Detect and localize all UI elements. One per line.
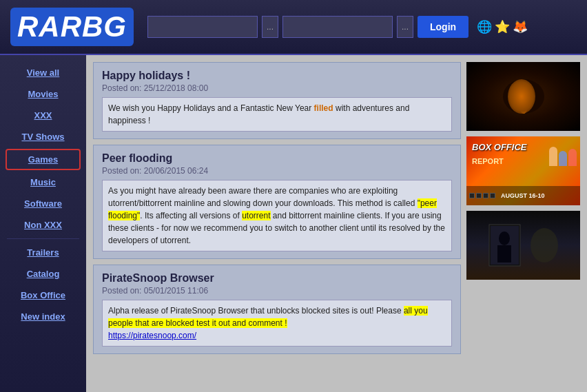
sidebar-item-view-all[interactable]: View all	[0, 62, 86, 83]
person-2	[559, 151, 567, 166]
highlight-filled: filled	[314, 103, 333, 113]
sidebar-item-box-office[interactable]: Box Office	[0, 285, 86, 306]
dark-scene-svg	[482, 218, 565, 273]
article-3-title: PirateSnoop Browser	[102, 272, 452, 285]
article-1-body: We wish you Happy Holidays and a Fantast…	[102, 97, 452, 132]
sidebar-item-non-xxx[interactable]: Non XXX	[0, 214, 86, 236]
article-2-date: Posted on: 20/06/2015 06:24	[102, 166, 452, 176]
thumbnail-1-img	[466, 62, 580, 131]
sidebar-divider-1	[7, 238, 79, 239]
header-icons: 🌐 ⭐ 🦊	[477, 19, 528, 34]
report-text: REPORT	[472, 157, 504, 165]
svg-point-6	[522, 103, 526, 110]
people-silhouettes	[549, 147, 577, 166]
search-btn-1[interactable]: ...	[262, 16, 278, 38]
svg-point-2	[526, 88, 533, 95]
person-3	[568, 149, 577, 166]
article-3: PirateSnoop Browser Posted on: 05/01/201…	[93, 265, 461, 354]
star-icon: ⭐	[495, 19, 510, 34]
sidebar-item-trailers[interactable]: Trailers	[0, 242, 86, 263]
search-btn-2[interactable]: ...	[397, 16, 413, 38]
article-3-body: Alpha release of PirateSnoop Browser tha…	[102, 300, 452, 347]
main-content: Happy holidays ! Posted on: 25/12/2018 0…	[86, 55, 587, 392]
film-hole	[483, 193, 488, 198]
dragon-svg	[496, 72, 551, 121]
sidebar-item-tv-shows[interactable]: TV Shows	[0, 126, 86, 147]
globe-icon: 🌐	[477, 19, 492, 34]
thumbnails-column: BOX OFFICE REPORT AUGUST 16-10	[466, 62, 580, 385]
site-logo: RARBG	[10, 8, 134, 46]
sidebar-item-new-index[interactable]: New index	[0, 306, 86, 327]
film-hole	[469, 193, 475, 198]
article-1-date: Posted on: 25/12/2018 08:00	[102, 83, 452, 93]
sidebar-item-catalog[interactable]: Catalog	[0, 263, 86, 285]
piratesnoop-link[interactable]: https://piratesnoop.com/	[108, 331, 196, 340]
article-2-title: Peer flooding	[102, 152, 452, 165]
sidebar: View all Movies XXX TV Shows Games Music…	[0, 55, 86, 392]
person-1	[549, 147, 557, 166]
search-group: ... ... Login 🌐 ⭐ 🦊	[147, 16, 577, 38]
articles-list: Happy holidays ! Posted on: 25/12/2018 0…	[93, 62, 461, 385]
svg-point-1	[515, 88, 522, 95]
svg-point-5	[520, 103, 527, 114]
article-2-body: As you might have already been aware the…	[102, 180, 452, 251]
thumb-3-content	[466, 211, 580, 280]
svg-point-4	[528, 90, 531, 92]
firefox-icon: 🦊	[513, 19, 528, 34]
article-1-title: Happy holidays !	[102, 70, 452, 82]
filmstrip: AUGUST 16-10	[466, 186, 580, 205]
search-input-1[interactable]	[147, 16, 258, 38]
sidebar-item-movies[interactable]: Movies	[0, 83, 86, 105]
highlight-all: all you people that are blocked test it …	[108, 306, 428, 328]
header: RARBG ... ... Login 🌐 ⭐ 🦊	[0, 0, 587, 55]
filmstrip-holes	[466, 193, 498, 198]
svg-rect-10	[497, 245, 511, 262]
date-label: AUGUST 16-10	[501, 192, 545, 199]
main-layout: View all Movies XXX TV Shows Games Music…	[0, 55, 587, 392]
svg-point-0	[503, 79, 544, 114]
film-hole	[490, 193, 495, 198]
article-1: Happy holidays ! Posted on: 25/12/2018 0…	[93, 62, 461, 139]
svg-point-3	[517, 90, 520, 92]
sidebar-item-xxx[interactable]: XXX	[0, 105, 86, 126]
highlight-peer: "peer flooding"	[108, 198, 437, 220]
box-office-text: BOX OFFICE	[472, 142, 526, 153]
search-input-2[interactable]	[282, 16, 393, 38]
login-button[interactable]: Login	[418, 16, 468, 38]
article-3-date: Posted on: 05/01/2015 11:06	[102, 286, 452, 296]
svg-point-9	[499, 231, 510, 245]
sidebar-item-games[interactable]: Games	[6, 149, 81, 170]
sidebar-item-software[interactable]: Software	[0, 193, 86, 214]
thumbnail-3	[466, 211, 580, 280]
film-hole	[476, 193, 482, 198]
article-2: Peer flooding Posted on: 20/06/2015 06:2…	[93, 145, 461, 259]
thumbnail-1	[466, 62, 580, 131]
thumbnail-2: BOX OFFICE REPORT AUGUST 16-10	[466, 136, 580, 205]
highlight-utorrent: utorrent	[242, 211, 270, 220]
svg-point-11	[531, 228, 558, 262]
sidebar-item-music[interactable]: Music	[0, 172, 86, 193]
